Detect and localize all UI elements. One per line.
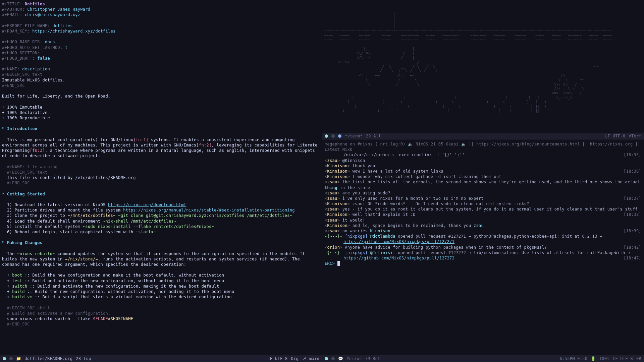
buffer-name: #nixos bbox=[346, 356, 362, 361]
encoding: LF UTF-8 bbox=[267, 356, 287, 361]
irc-topic-cont: /nix/var/nix/gcroots -exec readlink -f '… bbox=[324, 152, 642, 158]
irc-message: <zsau> no worries Kinnison[18:39] bbox=[324, 228, 642, 234]
encoding: LF UTF-8 bbox=[605, 133, 625, 139]
irc-pr-link: https://github.com/NixOS/nixpkgs/pull/12… bbox=[324, 255, 642, 261]
buffer-name: dotfiles/README.org bbox=[24, 356, 72, 361]
modeline-vterm[interactable]: *vterm* 29 All LF UTF-8 VTerm bbox=[322, 133, 644, 139]
editor-pane: #+TITLE: Dotfiles #+AUTHOR: Christopher … bbox=[0, 0, 322, 362]
erc-prompt-line[interactable]: ERC> bbox=[324, 261, 642, 266]
buffer-position: 28 Top bbox=[76, 356, 91, 361]
modeline-modified-icon bbox=[331, 134, 335, 138]
modeline-state-icon bbox=[3, 357, 6, 360]
link-pr2[interactable]: https://github.com/NixOS/nixpkgs/pull/12… bbox=[343, 256, 454, 260]
major-mode: Org bbox=[291, 356, 299, 361]
git-branch: main bbox=[302, 356, 319, 361]
heading-getting-started[interactable]: Getting Started bbox=[7, 192, 45, 196]
irc-message: <zsau> i've only used nixos for a month … bbox=[324, 196, 642, 201]
chat-icon: 💬 bbox=[338, 356, 343, 361]
modeline-modified-icon bbox=[9, 357, 13, 360]
battery-icon: 🔋 bbox=[591, 356, 596, 361]
modeline-editor[interactable]: 📁 dotfiles/README.org 28 Top LF UTF-8 Or… bbox=[0, 355, 322, 362]
cursor bbox=[337, 261, 340, 266]
buffer-position: 79 Bot bbox=[365, 356, 380, 361]
modeline-state-icon bbox=[325, 134, 328, 138]
heading-making-changes[interactable]: Making Changes bbox=[7, 240, 42, 245]
major-mode: ER bbox=[636, 356, 641, 361]
major-mode: VTerm bbox=[629, 133, 641, 139]
irc-message: <zsau> the first one lists all the gcroo… bbox=[324, 179, 642, 190]
erc-buffer[interactable]: megaphone on #nixos (+nrt,lag:0) 🔈 NixOS… bbox=[322, 140, 644, 355]
modeline-erc[interactable]: 💬 #nixos 79 Bot 6:53PM 0.50 🔋 100% LF UT… bbox=[322, 355, 644, 362]
clock: 6:53PM 0.50 bbox=[560, 356, 588, 361]
footnote-3[interactable]: [fn:3] bbox=[30, 148, 45, 153]
org-header: #+TITLE: Dotfiles #+AUTHOR: Christopher … bbox=[2, 1, 320, 327]
irc-message: <Kinnison> well that'd explain it :D[18:… bbox=[324, 212, 642, 217]
erc-prompt: ERC> bbox=[325, 261, 335, 266]
irc-topic: megaphone on #nixos (+nrt,lag:0) 🔈 NixOS… bbox=[324, 141, 642, 152]
buffer-position: 29 All bbox=[366, 133, 381, 139]
encoding: LF UTF-8 bbox=[613, 356, 633, 361]
footnote-2[interactable]: [fn:2] bbox=[196, 143, 211, 147]
irc-message: <orion> Anyone have advice for building … bbox=[324, 245, 642, 250]
ascii-art: | | | | ~~~~~~~~~~~~~~~~~~~~~~~~~~~~~~~~… bbox=[324, 11, 642, 113]
irc-pr-notice: -{~-~}- [nixpkgs] @dotlambda opened pull… bbox=[324, 234, 642, 239]
modeline-state-icon bbox=[325, 357, 328, 360]
irc-message: <Kinnison> I wonder why nix-collect-garb… bbox=[324, 174, 642, 179]
lock-icon bbox=[338, 134, 341, 138]
irc-pr-notice: -{~-~}- [nixpkgs] @Infinisil opened pull… bbox=[324, 250, 642, 255]
modeline-modified-icon bbox=[331, 357, 335, 360]
irc-message: <Kinnison> and lo, space begins to be re… bbox=[324, 223, 642, 228]
irc-pr-link: https://github.com/NixOS/nixpkgs/pull/12… bbox=[324, 239, 642, 244]
org-buffer[interactable]: #+TITLE: Dotfiles #+AUTHOR: Christopher … bbox=[0, 0, 322, 355]
folder-icon: 📁 bbox=[16, 356, 21, 361]
battery-pct: 100% bbox=[599, 356, 609, 361]
irc-message: <zsau> it would! bbox=[324, 218, 642, 223]
irc-message: <zsau> @Kinnison bbox=[324, 158, 642, 163]
irc-message: <Kinnison> thank you bbox=[324, 163, 642, 169]
heading-introduction[interactable]: Introduction bbox=[7, 126, 37, 131]
irc-message: <zsau> yes - if you do it as root it cle… bbox=[324, 206, 642, 212]
buffer-name: *vterm* bbox=[345, 133, 363, 139]
link-nixos-download[interactable]: https://nixos.org/download.html bbox=[108, 202, 186, 207]
vterm-pane: | | | | ~~~~~~~~~~~~~~~~~~~~~~~~~~~~~~~~… bbox=[322, 0, 644, 140]
irc-message: <Kinnison> zsau: Oh *rude words* -- Do I… bbox=[324, 201, 642, 206]
irc-message: <Kinnison> wow I have a lot of old syste… bbox=[324, 169, 642, 174]
link-pr1[interactable]: https://github.com/NixOS/nixpkgs/pull/12… bbox=[343, 239, 454, 244]
link-nixos-partition[interactable]: https://nixos.org/manual/nixos/stable/#s… bbox=[123, 208, 295, 213]
vterm-buffer[interactable]: | | | | ~~~~~~~~~~~~~~~~~~~~~~~~~~~~~~~~… bbox=[322, 0, 644, 133]
irc-message: <zsau> are you using sudo? bbox=[324, 190, 642, 196]
footnote-1[interactable]: [fn:1] bbox=[133, 137, 148, 142]
